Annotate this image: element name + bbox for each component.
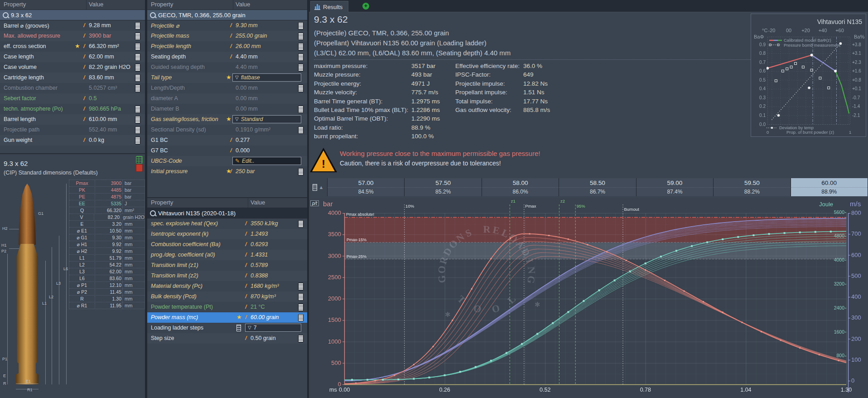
dropdown[interactable]: ▽ Standard <box>232 115 301 123</box>
property-value[interactable]: 82.20 grain H2O <box>89 64 130 70</box>
property-row[interactable]: Powder mass (mc)★/60.00 grain <box>147 312 307 323</box>
property-row[interactable]: Tail type★ ▽ flatbase <box>147 73 307 83</box>
property-row[interactable]: Diameter B0.00 mm <box>147 104 307 114</box>
property-row[interactable]: Gas sealing/losses, friction★ ▽ Standard <box>147 114 307 125</box>
column-resize-handle[interactable] <box>86 0 87 10</box>
property-row[interactable]: techn. atmosphere (Po)/980.665 hPa <box>0 104 145 114</box>
ruler-icon[interactable] <box>135 85 140 92</box>
ruler-icon[interactable] <box>298 85 304 92</box>
property-row[interactable]: Step size/0.50 grain <box>147 333 307 344</box>
ruler-icon[interactable] <box>298 126 304 134</box>
property-row[interactable]: Cartridge length/83.60 mm <box>0 73 145 83</box>
property-value[interactable]: 66.320 mm² <box>89 43 119 49</box>
property-row[interactable]: prog./deg. coefficient (a0)/1.4331 <box>147 250 307 260</box>
ladder-step-cell[interactable]: 58.00 86.0% <box>482 178 559 196</box>
ladder-sort-cell[interactable]: ▲ <box>309 178 328 196</box>
property-row[interactable]: G1 BC/0.277 <box>147 135 307 146</box>
property-value[interactable]: 60.00 grain <box>251 314 279 320</box>
property-row[interactable]: Powder temperature (Pt)/21 °C <box>147 302 307 312</box>
property-row[interactable]: Transition limit (z2)/0.8388 <box>147 271 307 281</box>
property-row[interactable]: Seating depth/4.40 mm <box>147 52 307 62</box>
property-value[interactable]: 0.5789 <box>251 262 268 268</box>
ladder-step-cell[interactable]: 59.00 87.4% <box>637 178 714 196</box>
ruler-icon[interactable] <box>298 53 304 61</box>
property-row[interactable]: diameter A0.00 mm <box>147 93 307 104</box>
property-row[interactable]: Max. allowed pressure/3900 bar <box>0 31 145 41</box>
property-row[interactable]: Barrel ⌀ (grooves)/9.28 mm <box>0 20 145 31</box>
property-row[interactable]: Sebert factor/0.5 <box>0 93 145 104</box>
property-value[interactable]: 0.277 <box>236 137 250 143</box>
tab-results[interactable]: Results <box>310 1 348 12</box>
ruler-icon[interactable] <box>298 304 304 311</box>
property-row[interactable]: Gun weight/0.0 kg <box>0 135 145 146</box>
property-value[interactable]: 610.00 mm <box>89 116 117 122</box>
property-row[interactable]: Projectile length/26.00 mm <box>147 41 307 52</box>
column-resize-handle[interactable] <box>248 198 248 208</box>
property-row[interactable]: Projectile path552.40 mm <box>0 125 145 135</box>
ladder-step-cell[interactable]: 57.00 84.5% <box>328 178 405 196</box>
property-row[interactable]: Combustion coefficient (Ba)/0.6293 <box>147 239 307 250</box>
ruler-icon[interactable] <box>298 22 304 29</box>
export-table-icon[interactable] <box>136 156 143 164</box>
property-row[interactable]: Case length/62.00 mm <box>0 52 145 62</box>
ladder-step-cell[interactable]: 57.50 85.2% <box>405 178 482 196</box>
property-row[interactable]: G7 BC/0.000 <box>147 146 307 156</box>
ruler-icon[interactable] <box>298 106 304 113</box>
ruler-icon[interactable] <box>298 43 304 50</box>
ruler-icon[interactable] <box>298 283 304 290</box>
ruler-icon[interactable] <box>135 33 140 40</box>
property-value[interactable]: 83.60 mm <box>89 74 114 81</box>
property-row[interactable]: Guided seating depth4.40 mm <box>147 62 307 73</box>
property-value[interactable]: 1.4331 <box>251 252 268 258</box>
ladder-step-cell[interactable]: 60.00 88.9% <box>791 178 868 196</box>
ruler-icon[interactable] <box>135 53 140 61</box>
property-value[interactable]: 870 kg/m³ <box>251 293 276 300</box>
property-value[interactable]: 0.6293 <box>251 241 268 248</box>
property-value[interactable]: 1680 kg/m³ <box>251 283 279 289</box>
property-value[interactable]: 62.00 mm <box>89 53 114 60</box>
panel-divider[interactable] <box>0 153 145 154</box>
property-row[interactable]: Loading ladder steps ▽ 7 <box>147 323 307 333</box>
add-tab-button[interactable]: + <box>362 3 369 10</box>
ruler-icon[interactable] <box>135 74 140 82</box>
property-value[interactable]: 3900 bar <box>89 33 111 39</box>
dropdown[interactable]: ▽ flatbase <box>232 73 301 82</box>
property-row[interactable]: Initial pressure★/250 bar <box>147 166 307 177</box>
ruler-icon[interactable] <box>135 106 140 113</box>
ladder-step-cell[interactable]: 59.50 88.2% <box>714 178 791 196</box>
ruler-icon[interactable] <box>298 220 304 228</box>
edit-button[interactable]: ✎ Edit.. <box>232 157 301 165</box>
ruler-icon[interactable] <box>135 43 140 50</box>
dropdown[interactable]: ▽ 7 <box>245 324 301 332</box>
property-value[interactable]: 0.000 <box>236 147 250 154</box>
property-row[interactable]: Projectile mass/255.00 grain <box>147 31 307 41</box>
property-row[interactable]: Material density (Pc)/1680 kg/m³ <box>147 281 307 291</box>
ruler-icon[interactable] <box>298 33 304 40</box>
property-value[interactable]: 4.40 mm <box>236 53 258 60</box>
property-value[interactable]: 0.5 <box>89 95 96 102</box>
property-value[interactable]: 1.2493 <box>251 231 268 237</box>
propellant-search-field[interactable]: Vihtavuori N135 (2020-01-18) <box>147 208 307 218</box>
property-row[interactable]: Transition limit (z1)/0.5789 <box>147 260 307 271</box>
column-resize-handle[interactable] <box>233 0 233 10</box>
ruler-icon[interactable] <box>135 126 140 134</box>
ruler-icon[interactable] <box>298 64 304 71</box>
ruler-icon[interactable] <box>298 335 304 342</box>
property-row[interactable]: Isentropic exponent (k)/1.2493 <box>147 229 307 239</box>
property-row[interactable]: eff. cross section★/66.320 mm² <box>0 41 145 52</box>
powder-model-chart[interactable] <box>751 14 866 137</box>
property-value[interactable]: 980.665 hPa <box>89 106 121 112</box>
ruler-icon[interactable] <box>135 116 140 123</box>
mini-chart-canvas[interactable] <box>751 14 865 136</box>
property-value[interactable]: 250 bar <box>236 168 255 175</box>
property-row[interactable]: Case volume/82.20 grain H2O <box>0 62 145 73</box>
property-row[interactable]: UBCS-Code ✎ Edit.. <box>147 156 307 166</box>
property-value[interactable]: 0.0 kg <box>89 137 104 143</box>
projectile-search-field[interactable]: GECO, TMR, 0.366, 255.00 grain <box>147 10 307 20</box>
ruler-icon[interactable] <box>135 22 140 29</box>
property-row[interactable]: spec. explosive heat (Qex)/3550 kJ/kg <box>147 218 307 229</box>
ruler-icon[interactable] <box>298 314 304 321</box>
property-value[interactable]: 3550 kJ/kg <box>251 220 278 227</box>
property-row[interactable]: Bulk density (Pcd)/870 kg/m³ <box>147 291 307 302</box>
ladder-step-cell[interactable]: 58.50 86.7% <box>559 178 636 196</box>
